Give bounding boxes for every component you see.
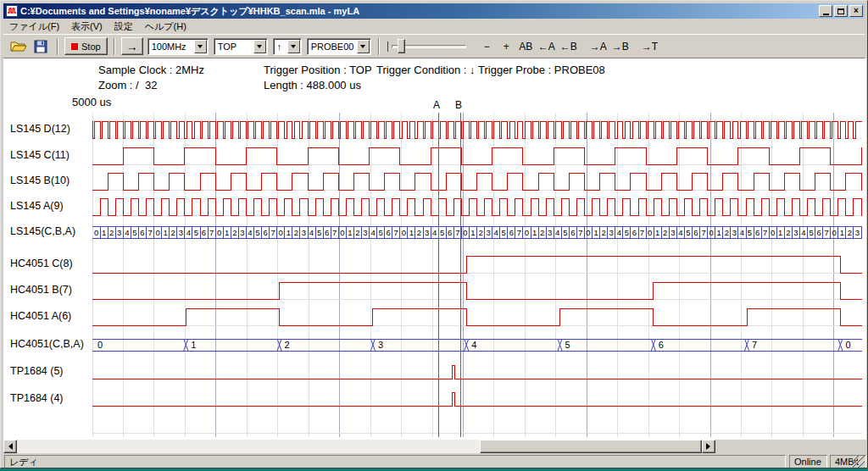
svg-text:4: 4 <box>370 228 375 237</box>
svg-text:3: 3 <box>609 228 614 237</box>
minimize-icon <box>823 14 829 15</box>
minimize-button[interactable] <box>819 5 832 17</box>
maximize-button[interactable] <box>834 5 848 17</box>
trigger-position-combo[interactable]: TOP <box>214 38 268 55</box>
dropdown-arrow-icon[interactable] <box>287 40 300 53</box>
menu-file[interactable]: ファイル(F) <box>3 19 65 35</box>
dropdown-arrow-icon[interactable] <box>253 40 266 53</box>
svg-text:6: 6 <box>140 228 144 237</box>
save-file-button[interactable] <box>31 37 51 56</box>
close-button[interactable]: × <box>849 5 863 17</box>
svg-text:5: 5 <box>440 228 444 237</box>
svg-text:1: 1 <box>593 228 598 237</box>
svg-text:2: 2 <box>786 228 790 237</box>
cursor-ab-button[interactable]: AB <box>516 38 536 55</box>
svg-text:1: 1 <box>470 228 475 237</box>
toolbar: Stop → 100MHz TOP ↑ PROBE00 − + AB ←A <box>3 35 865 58</box>
status-ready: レディ <box>4 455 786 468</box>
stop-icon <box>71 43 78 50</box>
set-cursor-a-button[interactable]: →A <box>587 38 609 55</box>
trigger-position-value: TOP <box>214 39 253 54</box>
svg-text:2: 2 <box>232 228 236 237</box>
svg-text:0: 0 <box>402 228 406 237</box>
zoom-slider-thumb[interactable] <box>398 39 405 53</box>
svg-text:4: 4 <box>471 340 476 350</box>
titlebar[interactable]: C:¥Documents and Settings¥noname¥デスクトップ¥… <box>3 3 865 19</box>
svg-text:0: 0 <box>771 228 775 237</box>
svg-text:0: 0 <box>648 228 652 237</box>
sample-clock-value: 100MHz <box>148 39 193 54</box>
waveform-plot[interactable]: 0123456701234567012345670123456701234567… <box>3 58 866 440</box>
svg-text:7: 7 <box>825 228 829 237</box>
svg-text:7: 7 <box>332 228 337 237</box>
svg-text:1: 1 <box>287 228 291 237</box>
trigger-edge-combo[interactable]: ↑ <box>273 38 302 55</box>
status-online: Online <box>789 455 827 468</box>
open-file-button[interactable] <box>8 37 29 56</box>
scroll-left-button[interactable] <box>3 440 17 453</box>
stop-button[interactable]: Stop <box>64 37 108 55</box>
toolbar-separator <box>114 38 115 55</box>
svg-text:1: 1 <box>532 228 537 237</box>
svg-text:3: 3 <box>548 228 552 237</box>
set-cursor-b-button[interactable]: →B <box>609 38 632 55</box>
svg-text:1: 1 <box>348 228 352 237</box>
dropdown-arrow-icon[interactable] <box>357 40 370 53</box>
svg-text:0: 0 <box>832 228 837 237</box>
svg-text:0: 0 <box>155 228 159 237</box>
svg-text:7: 7 <box>578 228 582 237</box>
menubar: ファイル(F) 表示(V) 設定 ヘルプ(H) <box>3 19 865 35</box>
horizontal-scrollbar[interactable] <box>3 440 715 453</box>
svg-text:6: 6 <box>816 228 821 237</box>
trigger-probe-combo[interactable]: PROBE00 <box>307 38 371 55</box>
svg-text:6: 6 <box>509 228 514 237</box>
svg-text:7: 7 <box>394 228 398 237</box>
svg-text:7: 7 <box>701 228 705 237</box>
goto-cursor-a-button[interactable]: ←A <box>536 38 558 55</box>
svg-text:3: 3 <box>670 228 675 237</box>
svg-text:0: 0 <box>845 340 850 350</box>
svg-text:1: 1 <box>102 228 106 237</box>
maximize-icon <box>837 8 844 14</box>
zoom-out-button[interactable]: − <box>477 38 497 55</box>
svg-text:4: 4 <box>248 228 252 237</box>
trigger-edge-value: ↑ <box>274 39 287 54</box>
zoom-in-button[interactable]: + <box>497 38 516 55</box>
menu-settings[interactable]: 設定 <box>108 19 139 35</box>
scrollbar-thumb[interactable] <box>480 440 702 453</box>
svg-text:3: 3 <box>486 228 490 237</box>
goto-cursor-b-button[interactable]: ←B <box>558 38 580 55</box>
svg-text:2: 2 <box>285 340 290 350</box>
resize-grip[interactable] <box>853 456 865 468</box>
svg-text:6: 6 <box>632 228 637 237</box>
svg-text:6: 6 <box>325 228 329 237</box>
svg-text:4: 4 <box>186 228 191 237</box>
wave-TP1684 (4) <box>92 392 862 406</box>
svg-text:5: 5 <box>378 228 382 237</box>
dropdown-arrow-icon[interactable] <box>194 40 207 53</box>
sample-clock-combo[interactable]: 100MHz <box>147 38 209 55</box>
svg-text:1: 1 <box>840 228 844 237</box>
svg-text:7: 7 <box>270 228 275 237</box>
menu-view[interactable]: 表示(V) <box>65 19 108 35</box>
goto-trigger-button[interactable]: →T <box>639 38 660 55</box>
svg-text:1: 1 <box>191 340 196 350</box>
svg-text:7: 7 <box>752 340 757 350</box>
svg-text:3: 3 <box>179 228 183 237</box>
svg-text:5: 5 <box>563 228 567 237</box>
svg-text:7: 7 <box>455 228 459 237</box>
menu-help[interactable]: ヘルプ(H) <box>139 19 192 35</box>
scroll-right-button[interactable] <box>702 440 715 453</box>
svg-text:7: 7 <box>640 228 644 237</box>
svg-text:2: 2 <box>171 228 175 237</box>
svg-text:5: 5 <box>132 228 136 237</box>
run-button[interactable]: → <box>121 37 143 55</box>
svg-text:5: 5 <box>194 228 198 237</box>
wave-LS145 A(9) <box>92 198 862 215</box>
zoom-slider[interactable] <box>387 37 466 56</box>
svg-text:2: 2 <box>417 228 421 237</box>
svg-text:0: 0 <box>463 228 467 237</box>
window-title: C:¥Documents and Settings¥noname¥デスクトップ¥… <box>20 5 815 18</box>
svg-text:7: 7 <box>763 228 767 237</box>
svg-text:4: 4 <box>125 228 129 237</box>
